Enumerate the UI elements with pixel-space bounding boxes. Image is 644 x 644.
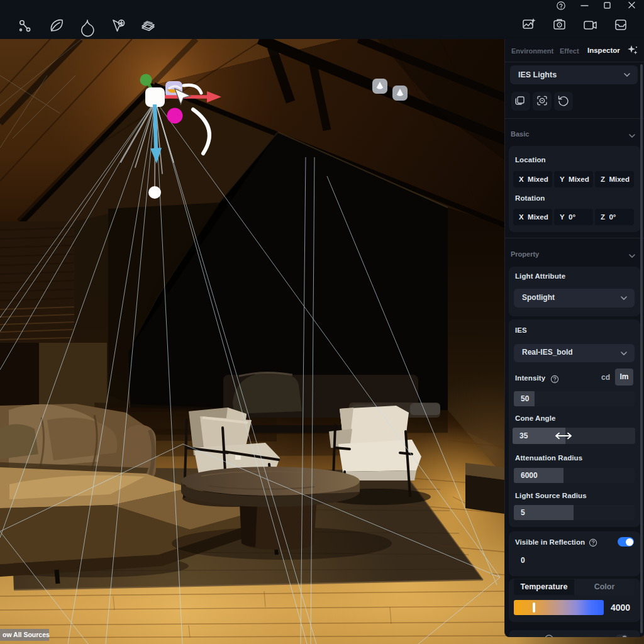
svg-text:ow All Sources: ow All Sources bbox=[3, 631, 50, 638]
